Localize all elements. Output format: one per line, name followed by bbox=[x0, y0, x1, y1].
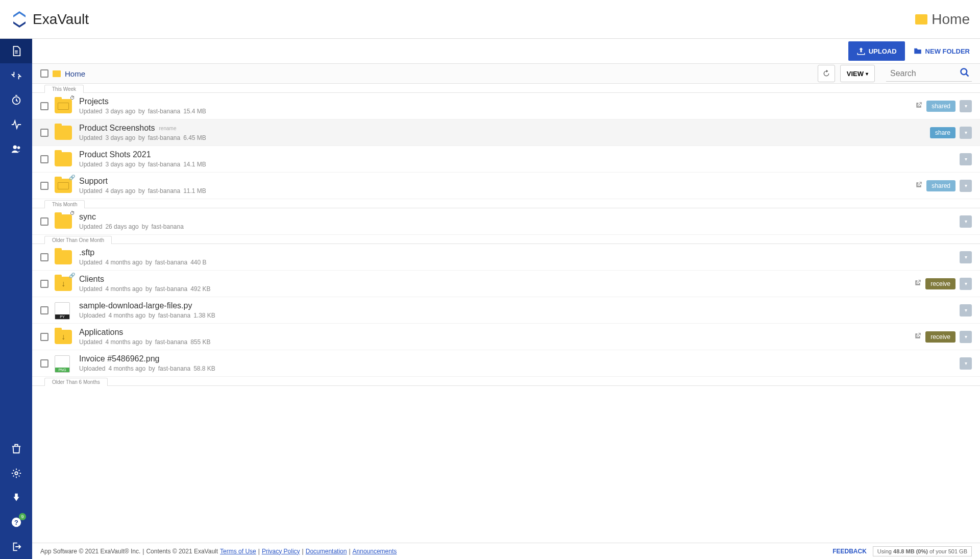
more-actions-button[interactable] bbox=[960, 215, 972, 228]
folder-icon bbox=[55, 151, 73, 167]
row-checkbox[interactable] bbox=[40, 253, 48, 261]
folder-icon bbox=[53, 70, 61, 77]
more-actions-button[interactable] bbox=[960, 331, 972, 343]
file-row[interactable]: ⏱ProjectsUpdated3 days agobyfast-banana1… bbox=[32, 93, 980, 119]
item-meta: Updated3 days agobyfast-banana6.45 MB bbox=[79, 134, 924, 141]
view-button[interactable]: VIEW bbox=[840, 65, 875, 82]
link-icon: 🔗 bbox=[69, 273, 75, 278]
item-meta: Updated4 days agobyfast-banana11.1 MB bbox=[79, 187, 909, 195]
more-actions-button[interactable] bbox=[960, 100, 972, 112]
sidebar-item-logout[interactable] bbox=[0, 534, 32, 559]
storage-usage: Using 48.8 MB (0%) of your 501 GB bbox=[873, 546, 972, 556]
privacy-link[interactable]: Privacy Policy bbox=[262, 548, 300, 555]
new-folder-button[interactable]: NEW FOLDER bbox=[913, 46, 970, 56]
receive-badge[interactable]: receive bbox=[925, 331, 955, 343]
file-row[interactable]: Product ScreenshotsrenameUpdated3 days a… bbox=[32, 119, 980, 146]
search-button[interactable] bbox=[958, 65, 972, 81]
item-name[interactable]: Projects bbox=[79, 97, 109, 106]
more-actions-button[interactable] bbox=[960, 153, 972, 165]
external-link-icon[interactable] bbox=[914, 332, 921, 341]
item-name[interactable]: Applications bbox=[79, 328, 123, 337]
row-actions bbox=[960, 215, 972, 228]
sidebar-item-transfer[interactable] bbox=[0, 63, 32, 88]
section-header: This Month bbox=[44, 200, 85, 208]
row-actions bbox=[960, 304, 972, 317]
file-row[interactable]: Product Shots 2021Updated3 days agobyfas… bbox=[32, 146, 980, 173]
share-badge[interactable]: share bbox=[930, 127, 955, 138]
new-folder-label: NEW FOLDER bbox=[925, 47, 970, 55]
more-actions-button[interactable] bbox=[960, 357, 972, 370]
refresh-button[interactable] bbox=[818, 65, 835, 82]
row-body: Product Shots 2021Updated3 days agobyfas… bbox=[79, 150, 953, 168]
item-name[interactable]: Product Screenshots bbox=[79, 124, 155, 133]
brand-logo[interactable]: ExaVault bbox=[10, 10, 89, 29]
sidebar-item-files[interactable] bbox=[0, 39, 32, 63]
file-row[interactable]: .sftpUpdated4 months agobyfast-banana440… bbox=[32, 244, 980, 271]
folder-icon bbox=[55, 125, 73, 141]
row-checkbox[interactable] bbox=[40, 155, 48, 163]
sidebar-item-activity[interactable] bbox=[0, 112, 32, 137]
row-checkbox[interactable] bbox=[40, 129, 48, 137]
item-meta: Updated26 days agobyfast-banana bbox=[79, 223, 953, 230]
select-all-checkbox[interactable] bbox=[40, 69, 48, 78]
item-name[interactable]: Support bbox=[79, 177, 108, 186]
item-name[interactable]: Clients bbox=[79, 275, 104, 284]
row-checkbox[interactable] bbox=[40, 217, 48, 226]
item-name[interactable]: Product Shots 2021 bbox=[79, 150, 151, 159]
item-name[interactable]: .sftp bbox=[79, 248, 94, 257]
row-checkbox[interactable] bbox=[40, 306, 48, 314]
external-link-icon[interactable] bbox=[915, 181, 922, 190]
shared-badge[interactable]: shared bbox=[926, 180, 955, 191]
announce-link[interactable]: Announcements bbox=[353, 548, 397, 555]
item-name[interactable]: sample-download-large-files.py bbox=[79, 301, 192, 310]
external-link-icon[interactable] bbox=[914, 279, 921, 288]
row-checkbox[interactable] bbox=[40, 280, 48, 288]
feedback-button[interactable]: FEEDBACK bbox=[832, 548, 867, 555]
more-actions-button[interactable] bbox=[960, 180, 972, 192]
terms-link[interactable]: Terms of Use bbox=[220, 548, 256, 555]
file-row[interactable]: PNGInvoice #5486962.pngUploaded4 months … bbox=[32, 350, 980, 377]
item-name[interactable]: Invoice #5486962.png bbox=[79, 354, 159, 363]
file-list: This Week⏱ProjectsUpdated3 days agobyfas… bbox=[32, 84, 980, 543]
row-checkbox[interactable] bbox=[40, 333, 48, 341]
sidebar-item-settings[interactable] bbox=[0, 461, 32, 485]
search-input[interactable] bbox=[886, 66, 958, 81]
file-row[interactable]: 🔗SupportUpdated4 days agobyfast-banana11… bbox=[32, 173, 980, 199]
file-row[interactable]: ⏱syncUpdated26 days agobyfast-banana bbox=[32, 208, 980, 235]
breadcrumb[interactable]: Home bbox=[65, 69, 85, 78]
file-row[interactable]: PYsample-download-large-files.pyUploaded… bbox=[32, 297, 980, 324]
section-header: Older Than 6 Months bbox=[44, 378, 108, 386]
svg-point-6 bbox=[961, 69, 967, 75]
more-actions-button[interactable] bbox=[960, 127, 972, 139]
sidebar-item-trash[interactable] bbox=[0, 436, 32, 461]
row-body: ProjectsUpdated3 days agobyfast-banana15… bbox=[79, 97, 909, 115]
svg-text:?: ? bbox=[14, 519, 18, 526]
more-actions-button[interactable] bbox=[960, 251, 972, 263]
row-body: ClientsUpdated4 months agobyfast-banana4… bbox=[79, 275, 908, 293]
sidebar-item-scheduled[interactable] bbox=[0, 88, 32, 112]
brand-name: ExaVault bbox=[33, 11, 89, 28]
external-link-icon[interactable] bbox=[915, 102, 922, 110]
receive-badge[interactable]: receive bbox=[925, 278, 955, 289]
docs-link[interactable]: Documentation bbox=[306, 548, 347, 555]
item-name[interactable]: sync bbox=[79, 212, 96, 222]
row-checkbox[interactable] bbox=[40, 359, 48, 368]
sidebar-item-help[interactable]: ? 9 bbox=[0, 510, 32, 534]
row-checkbox[interactable] bbox=[40, 102, 48, 110]
sidebar-item-power[interactable] bbox=[0, 485, 32, 510]
shared-badge[interactable]: shared bbox=[926, 101, 955, 112]
exavault-logo-icon bbox=[10, 10, 29, 29]
file-row[interactable]: ApplicationsUpdated4 months agobyfast-ba… bbox=[32, 324, 980, 350]
item-meta: Updated4 months agobyfast-banana440 B bbox=[79, 259, 953, 266]
link-icon: 🔗 bbox=[69, 175, 75, 180]
more-actions-button[interactable] bbox=[960, 304, 972, 317]
help-badge: 9 bbox=[19, 513, 26, 520]
file-row[interactable]: 🔗ClientsUpdated4 months agobyfast-banana… bbox=[32, 271, 980, 297]
row-actions: shared bbox=[915, 180, 972, 192]
sidebar-item-users[interactable] bbox=[0, 137, 32, 161]
upload-button[interactable]: UPLOAD bbox=[848, 41, 905, 61]
row-checkbox[interactable] bbox=[40, 182, 48, 190]
rename-hint[interactable]: rename bbox=[159, 126, 177, 131]
folder-icon bbox=[55, 249, 73, 265]
more-actions-button[interactable] bbox=[960, 278, 972, 290]
